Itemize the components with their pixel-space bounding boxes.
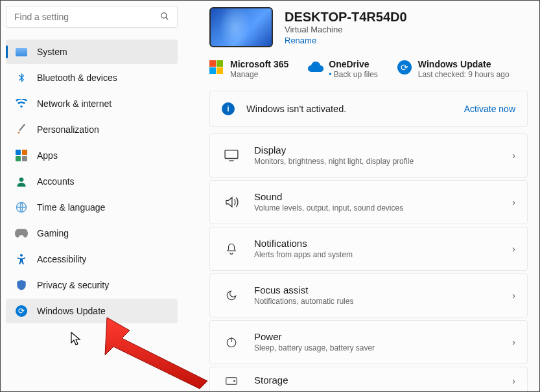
- rename-link[interactable]: Rename: [285, 36, 316, 45]
- row-display[interactable]: Display Monitors, brightness, night ligh…: [209, 133, 528, 178]
- row-title: Sound: [254, 191, 512, 203]
- row-focus-assist[interactable]: Focus assist Notifications, automatic ru…: [209, 273, 528, 317]
- pc-info: DESKTOP-T4R54D0 Virtual Machine Rename: [285, 9, 407, 46]
- row-title: Power: [254, 331, 512, 343]
- quick-sub: Back up files: [329, 70, 378, 79]
- moon-icon: [224, 290, 239, 301]
- nav-label: Accessibility: [37, 254, 86, 264]
- pc-subtitle: Virtual Machine: [285, 25, 407, 34]
- activate-now-link[interactable]: Activate now: [464, 104, 515, 114]
- nav-item-accessibility[interactable]: Accessibility: [6, 247, 178, 271]
- desktop-thumbnail: [209, 7, 273, 47]
- chevron-right-icon: ›: [512, 244, 515, 254]
- person-icon: [15, 175, 28, 188]
- windows-update-icon: ⟳: [397, 60, 412, 75]
- nav-item-personalization[interactable]: Personalization: [6, 117, 178, 142]
- nav-item-gaming[interactable]: Gaming: [6, 221, 178, 246]
- svg-point-10: [234, 380, 235, 382]
- accessibility-icon: [15, 253, 28, 266]
- search-input[interactable]: [14, 12, 160, 22]
- row-sub: Monitors, brightness, night light, displ…: [254, 157, 512, 166]
- quick-sub: Manage: [230, 70, 288, 79]
- bluetooth-icon: [15, 71, 28, 84]
- paintbrush-icon: [15, 123, 28, 136]
- svg-rect-5: [225, 150, 238, 159]
- nav-label: Privacy & security: [37, 280, 109, 290]
- settings-window: System Bluetooth & devices Network & int…: [0, 0, 540, 392]
- nav-list: System Bluetooth & devices Network & int…: [6, 40, 182, 323]
- chevron-right-icon: ›: [512, 290, 515, 301]
- nav-label: Time & language: [37, 202, 105, 213]
- row-title: Display: [254, 144, 512, 157]
- row-sub: Volume levels, output, input, sound devi…: [254, 203, 512, 213]
- sidebar: System Bluetooth & devices Network & int…: [1, 1, 182, 391]
- svg-point-0: [161, 12, 167, 17]
- banner-text: Windows isn't activated.: [246, 104, 464, 114]
- quick-sub: Last checked: 9 hours ago: [418, 70, 510, 79]
- row-storage[interactable]: Storage ›: [209, 367, 528, 391]
- row-title: Storage: [254, 375, 512, 387]
- shield-icon: [15, 279, 28, 292]
- row-sound[interactable]: Sound Volume levels, output, input, soun…: [209, 180, 528, 224]
- svg-point-4: [20, 254, 23, 257]
- onedrive-icon: [308, 60, 322, 75]
- sound-icon: [224, 196, 239, 208]
- nav-label: Network & internet: [37, 98, 112, 109]
- storage-icon: [224, 376, 239, 386]
- content-area: DESKTOP-T4R54D0 Virtual Machine Rename M…: [182, 1, 539, 391]
- windows-update-icon: ⟳: [15, 305, 28, 317]
- apps-icon: [15, 149, 28, 162]
- nav-item-network[interactable]: Network & internet: [6, 91, 178, 116]
- search-icon: [160, 12, 169, 23]
- nav-item-system[interactable]: System: [6, 40, 178, 64]
- nav-label: Bluetooth & devices: [37, 73, 117, 83]
- nav-item-windows-update[interactable]: ⟳ Windows Update: [6, 299, 178, 323]
- quick-m365[interactable]: Microsoft 365 Manage: [209, 59, 288, 79]
- info-icon: i: [222, 102, 235, 115]
- row-sub: Notifications, automatic rules: [254, 297, 512, 306]
- pc-header: DESKTOP-T4R54D0 Virtual Machine Rename: [209, 7, 528, 47]
- nav-label: Apps: [37, 150, 58, 161]
- nav-label: Personalization: [37, 124, 99, 135]
- row-power[interactable]: Power Sleep, battery usage, battery save…: [209, 320, 528, 364]
- row-title: Focus assist: [254, 284, 512, 297]
- svg-line-1: [166, 17, 169, 19]
- activation-banner: i Windows isn't activated. Activate now: [209, 91, 528, 127]
- bell-icon: [224, 242, 239, 255]
- pc-name: DESKTOP-T4R54D0: [285, 9, 407, 25]
- gamepad-icon: [15, 227, 28, 240]
- svg-point-2: [19, 178, 24, 182]
- quick-onedrive[interactable]: OneDrive Back up files: [308, 59, 378, 79]
- chevron-right-icon: ›: [512, 376, 515, 386]
- chevron-right-icon: ›: [512, 337, 515, 347]
- nav-label: Accounts: [37, 176, 75, 187]
- chevron-right-icon: ›: [512, 150, 515, 161]
- row-sub: Sleep, battery usage, battery saver: [254, 343, 512, 352]
- nav-label: Gaming: [37, 228, 69, 238]
- quick-row: Microsoft 365 Manage OneDrive Back up fi…: [209, 59, 528, 79]
- display-icon: [224, 150, 239, 161]
- chevron-right-icon: ›: [512, 197, 515, 207]
- quick-windows-update[interactable]: ⟳ Windows Update Last checked: 9 hours a…: [397, 59, 510, 79]
- nav-item-accounts[interactable]: Accounts: [6, 169, 178, 194]
- row-title: Notifications: [254, 238, 512, 250]
- microsoft-365-icon: [209, 60, 224, 75]
- nav-label: Windows Update: [37, 306, 106, 316]
- row-sub: Alerts from apps and system: [254, 250, 512, 259]
- row-notifications[interactable]: Notifications Alerts from apps and syste…: [209, 227, 528, 271]
- nav-label: System: [37, 47, 67, 57]
- nav-item-time[interactable]: Time & language: [6, 195, 178, 220]
- power-icon: [224, 336, 239, 348]
- nav-item-bluetooth[interactable]: Bluetooth & devices: [6, 65, 178, 90]
- search-box[interactable]: [6, 6, 178, 28]
- quick-title: Microsoft 365: [230, 59, 288, 70]
- quick-title: Windows Update: [418, 59, 510, 70]
- quick-title: OneDrive: [329, 59, 378, 70]
- nav-item-apps[interactable]: Apps: [6, 143, 178, 168]
- system-icon: [15, 45, 28, 58]
- globe-clock-icon: [15, 201, 28, 214]
- wifi-icon: [15, 97, 28, 110]
- nav-item-privacy[interactable]: Privacy & security: [6, 273, 178, 297]
